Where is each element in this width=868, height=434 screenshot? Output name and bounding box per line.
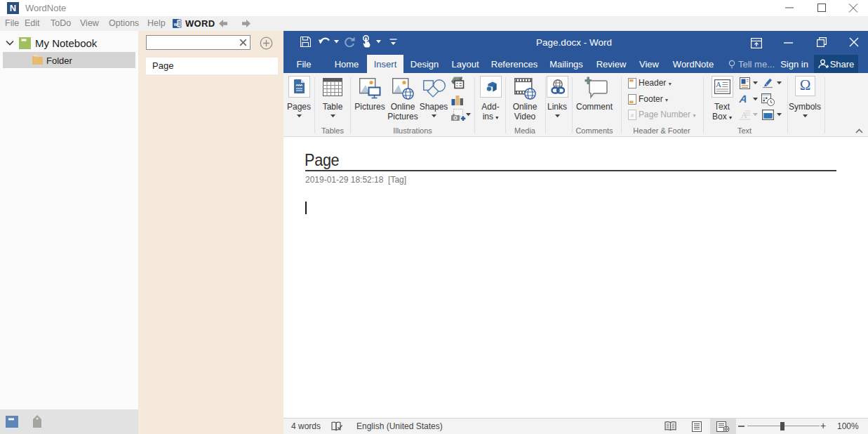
svg-text:#: # xyxy=(631,112,634,119)
svg-text:w: w xyxy=(173,22,178,27)
svg-text:A: A xyxy=(716,80,721,88)
